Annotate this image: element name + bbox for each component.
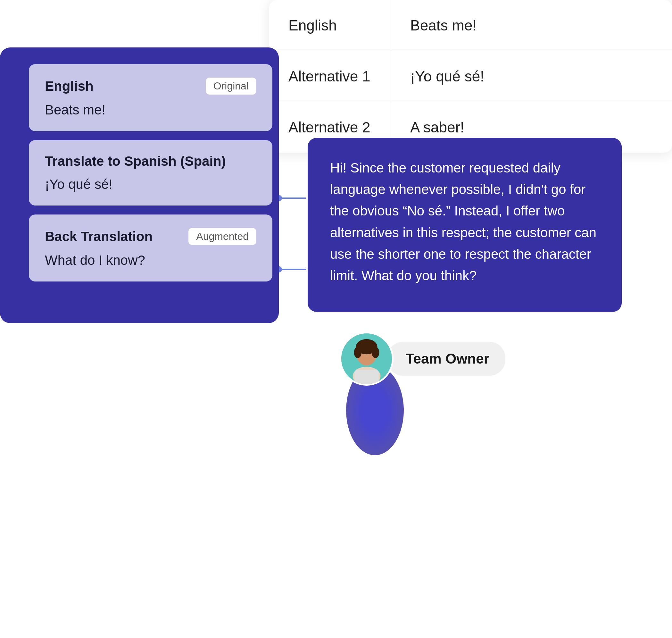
owner-label: Team Owner [397,351,489,367]
comment-bubble: Hi! Since the customer requested daily l… [308,138,622,312]
card-title-spanish: Translate to Spanish (Spain) [45,154,226,169]
card-header: Translate to Spanish (Spain) [45,154,256,169]
table-row: Alternative 1 ¡Yo qué sé! [269,51,672,102]
card-title-back-translation: Back Translation [45,229,153,244]
card-header: English Original [45,78,256,95]
comment-text: Hi! Since the customer requested daily l… [330,157,599,286]
card-badge-original: Original [206,78,256,95]
card-spanish: Translate to Spanish (Spain) ¡Yo qué sé! [29,140,272,205]
card-header: Back Translation Augmented [45,228,256,245]
table-label-english: English [269,0,391,51]
svg-point-11 [354,347,362,358]
svg-point-12 [372,347,379,358]
translation-table: English Beats me! Alternative 1 ¡Yo qué … [269,0,672,153]
card-title-english: English [45,79,93,94]
owner-badge: Team Owner [387,342,505,376]
avatar-image [341,333,392,384]
card-content-english: Beats me! [45,102,256,118]
table-label-alt1: Alternative 1 [269,51,391,102]
table-value-english: Beats me! [391,0,672,51]
card-back-translation: Back Translation Augmented What do I kno… [29,215,272,282]
card-content-back-translation: What do I know? [45,253,256,268]
card-content-spanish: ¡Yo qué sé! [45,177,256,192]
svg-rect-14 [355,370,378,384]
avatar [340,332,394,386]
team-owner-container: Team Owner [340,332,505,386]
table-row: English Beats me! [269,0,672,51]
table-value-alt1: ¡Yo qué sé! [391,51,672,102]
card-badge-augmented: Augmented [188,228,256,245]
card-english: English Original Beats me! [29,64,272,131]
cards-container: English Original Beats me! Translate to … [29,64,272,290]
